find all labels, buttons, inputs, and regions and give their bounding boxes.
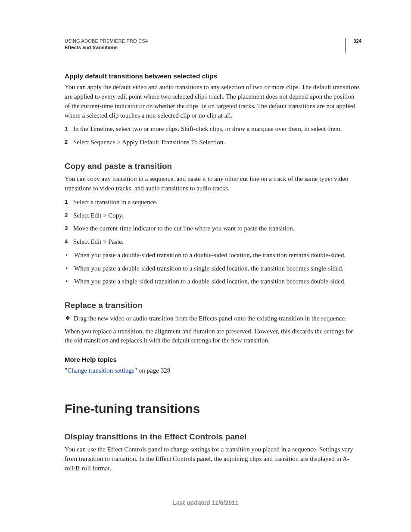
more-help-heading: More Help topics [65,355,361,364]
step-number: 1 [65,198,73,207]
step-item: 4 Select Edit > Paste. [65,237,361,247]
step-text: In the Timeline, select two or more clip… [73,124,342,134]
heading-display-effect-controls: Display transitions in the Effect Contro… [65,431,361,443]
step-item: 1 In the Timeline, select two or more cl… [65,124,361,134]
body-text: When you replace a transition, the align… [65,327,361,346]
footer-last-updated: Last updated 11/6/2011 [0,498,411,507]
heading-replace: Replace a transition [65,299,361,311]
header-product: USING ADOBE PREMIERE PRO CS4 [65,38,148,44]
action-item: ❖ Drag the new video or audio transition… [65,314,361,324]
step-number: 3 [65,224,73,233]
heading-copy-paste: Copy and paste a transition [65,160,361,172]
step-text: Move the current-time indicator to the c… [73,224,295,233]
step-number: 2 [65,138,73,147]
bullet-text: When you paste a single-sided transition… [74,277,346,286]
bullet-item: • When you paste a double-sided transiti… [65,264,361,274]
step-text: Select Edit > Paste. [73,237,124,247]
header-left: USING ADOBE PREMIERE PRO CS4 Effects and… [65,38,148,51]
step-text: Select a transition in a sequence. [73,198,158,207]
body-text: You can apply the default video and audi… [65,83,361,120]
step-item: 2 Select Sequence > Apply Default Transi… [65,138,361,147]
step-text: Select Sequence > Apply Default Transiti… [73,138,225,147]
action-text: Drag the new video or audio transition f… [74,314,346,324]
link-suffix: " on page 328 [134,367,170,374]
heading-apply-default: Apply default transitions between select… [65,72,361,81]
step-number: 2 [65,211,73,221]
step-item: 2 Select Edit > Copy. [65,211,361,221]
bullet-marker: • [65,251,74,260]
content: Apply default transitions between select… [65,72,361,473]
bullet-item: • When you paste a single-sided transiti… [65,277,361,286]
link-change-transition-settings[interactable]: Change transition settings [67,367,134,374]
bullet-text: When you paste a double-sided transition… [74,251,346,260]
bullet-item: • When you paste a double-sided transiti… [65,251,361,260]
page-header: USING ADOBE PREMIERE PRO CS4 Effects and… [65,38,361,53]
diamond-icon: ❖ [65,314,74,324]
more-help-line: "Change transition settings" on page 328 [65,366,361,376]
step-number: 1 [65,124,73,134]
page-number: 324 [346,38,361,53]
bullet-marker: • [65,264,74,274]
body-text: You can copy any transition in a sequenc… [65,174,361,193]
header-section: Effects and transitions [65,44,148,51]
step-number: 4 [65,237,73,247]
step-text: Select Edit > Copy. [73,211,124,221]
step-item: 1 Select a transition in a sequence. [65,198,361,207]
body-text: You can use the Effect Controls panel to… [65,445,361,473]
bullet-marker: • [65,277,74,286]
step-item: 3 Move the current-time indicator to the… [65,224,361,233]
bullet-text: When you paste a double-sided transition… [74,264,343,274]
heading-fine-tuning: Fine-tuning transitions [65,400,361,418]
